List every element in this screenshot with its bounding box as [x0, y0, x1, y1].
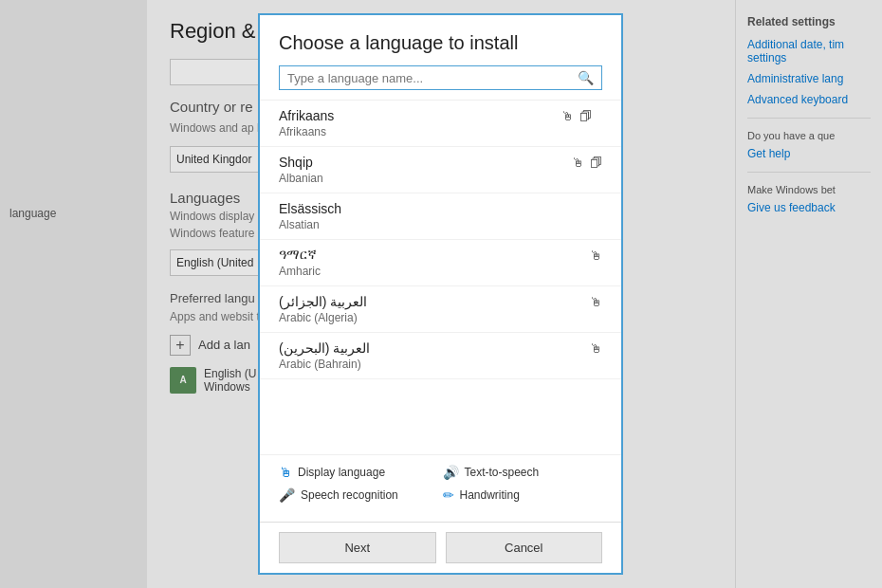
modal-footer-options: 🖱 Display language 🔊 Text-to-speech 🎤 Sp… — [260, 455, 621, 522]
lang-feature-icons: 🖱 — [590, 248, 602, 263]
copy-icon: 🗍 — [579, 109, 592, 123]
lang-native-name: العربية (البحرين) — [279, 340, 370, 356]
lang-entry-header: العربية (الجزائر) 🖱 — [279, 294, 602, 309]
handwriting-icon: ✏ — [443, 487, 454, 503]
lang-native-name: ዓማርኛ — [279, 248, 317, 263]
choose-language-modal: Choose a language to install 🔍 Afrikaans… — [258, 13, 623, 575]
lang-feature-icons: 🖱 🗍 — [561, 109, 602, 123]
language-search-input[interactable] — [287, 71, 578, 85]
lang-english-name: Alsatian — [279, 218, 602, 231]
display-lang-icon: 🖱 — [590, 341, 602, 356]
modal-title: Choose a language to install — [279, 32, 602, 54]
language-list: Afrikaans 🖱 🗍 Afrikaans Shqip 🖱 🗍 Albani… — [260, 100, 621, 455]
display-language-label: Display language — [298, 466, 385, 479]
display-language-option: 🖱 Display language — [279, 465, 439, 480]
text-to-speech-icon: 🔊 — [443, 465, 459, 480]
speech-recognition-label: Speech recognition — [301, 488, 398, 502]
next-button[interactable]: Next — [279, 532, 436, 563]
lang-entry-header: العربية (البحرين) 🖱 — [279, 340, 602, 356]
lang-entry-header: Elsässisch — [279, 201, 602, 216]
modal-buttons: Next Cancel — [260, 522, 621, 573]
list-item[interactable]: العربية (الجزائر) 🖱 Arabic (Algeria) — [260, 286, 621, 333]
display-lang-icon: 🖱 — [590, 295, 602, 309]
modal-search-container[interactable]: 🔍 — [279, 65, 602, 90]
speech-recognition-option: 🎤 Speech recognition — [279, 487, 439, 503]
list-item[interactable]: Afrikaans 🖱 🗍 Afrikaans — [260, 101, 621, 147]
list-item[interactable]: Elsässisch Alsatian — [260, 193, 621, 240]
text-to-speech-label: Text-to-speech — [465, 466, 540, 479]
lang-english-name: Albanian — [279, 172, 602, 185]
modal-header: Choose a language to install 🔍 — [260, 15, 621, 100]
speech-recognition-icon: 🎤 — [279, 487, 295, 503]
lang-feature-icons: 🖱 — [590, 295, 602, 309]
lang-entry-header: Shqip 🖱 🗍 — [279, 155, 602, 170]
lang-entry-header: Afrikaans 🖱 🗍 — [279, 108, 602, 123]
lang-english-name: Afrikaans — [279, 125, 602, 138]
copy-icon: 🗍 — [590, 156, 602, 170]
lang-native-name: العربية (الجزائر) — [279, 294, 367, 309]
display-language-icon: 🖱 — [279, 465, 292, 480]
display-lang-icon: 🖱 — [572, 156, 584, 170]
display-lang-icon: 🖱 — [561, 109, 574, 123]
handwriting-label: Handwriting — [460, 488, 520, 502]
lang-feature-icons: 🖱 — [590, 341, 602, 356]
list-item[interactable]: العربية (البحرين) 🖱 Arabic (Bahrain) — [260, 333, 621, 379]
lang-feature-icons: 🖱 🗍 — [572, 156, 602, 170]
lang-native-name: Afrikaans — [279, 108, 334, 123]
lang-english-name: Arabic (Algeria) — [279, 311, 602, 324]
cancel-button[interactable]: Cancel — [446, 532, 603, 563]
handwriting-option: ✏ Handwriting — [443, 487, 603, 503]
list-item[interactable]: Shqip 🖱 🗍 Albanian — [260, 147, 621, 193]
lang-english-name: Amharic — [279, 265, 602, 278]
lang-native-name: Shqip — [279, 155, 313, 170]
list-item[interactable]: ዓማርኛ 🖱 Amharic — [260, 240, 621, 286]
lang-english-name: Arabic (Bahrain) — [279, 358, 602, 371]
modal-search-icon: 🔍 — [578, 70, 594, 85]
display-lang-icon: 🖱 — [590, 248, 602, 263]
lang-entry-header: ዓማርኛ 🖱 — [279, 248, 602, 263]
text-to-speech-option: 🔊 Text-to-speech — [443, 465, 603, 480]
lang-native-name: Elsässisch — [279, 201, 341, 216]
options-grid: 🖱 Display language 🔊 Text-to-speech 🎤 Sp… — [279, 465, 602, 503]
